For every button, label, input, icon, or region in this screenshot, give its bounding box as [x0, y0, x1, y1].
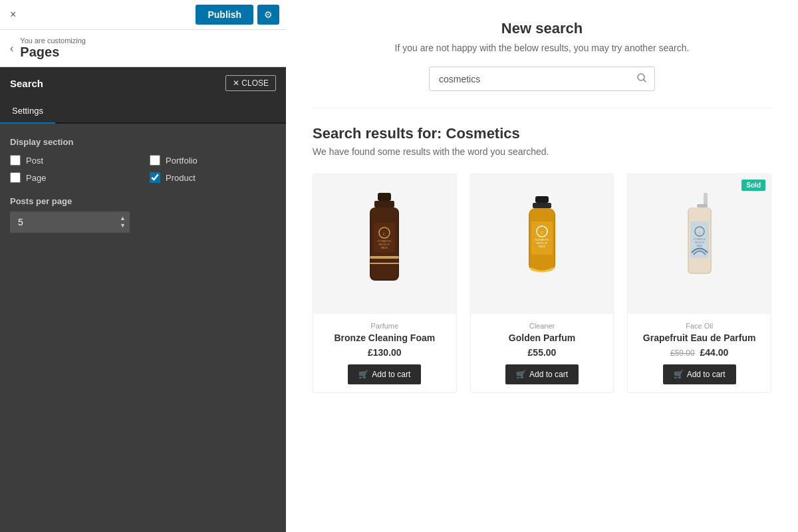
product-image-1: C COSMETIC MOCK UP PACK	[313, 174, 456, 314]
svg-rect-25	[697, 204, 708, 207]
number-input-wrapper: 5 ▲ ▼	[10, 211, 130, 233]
breadcrumb-text: You are customizing Pages	[20, 37, 86, 60]
cart-icon-3: 🛒	[674, 370, 684, 379]
svg-rect-7	[370, 263, 399, 264]
cart-icon-2: 🛒	[516, 370, 526, 379]
svg-text:COSMETIC: COSMETIC	[378, 239, 392, 243]
right-content: New search If you are not happy with the…	[286, 0, 798, 532]
results-section: Search results for: Cosmetics We have fo…	[313, 125, 771, 393]
product-price-1: £130.00	[321, 347, 448, 358]
panel-header: Search ✕ CLOSE	[0, 67, 286, 99]
svg-text:C: C	[541, 231, 543, 235]
post-checkbox[interactable]	[10, 155, 21, 166]
checkboxes-grid: Post Portfolio Page Product	[10, 155, 276, 183]
panel-content: Display section Post Portfolio Page Prod…	[0, 124, 286, 246]
checkbox-product[interactable]: Product	[150, 172, 276, 183]
search-bar: cosmetics	[429, 66, 655, 91]
new-search-title: New search	[313, 20, 771, 37]
svg-rect-14	[535, 196, 549, 203]
search-header: New search If you are not happy with the…	[313, 20, 771, 53]
product-name-3: Grapefruit Eau de Parfum	[636, 332, 763, 343]
product-label: Product	[166, 173, 196, 183]
cart-icon-1: 🛒	[358, 370, 368, 379]
svg-rect-2	[378, 193, 391, 201]
gear-button[interactable]: ⚙	[257, 5, 279, 25]
add-to-cart-button-2[interactable]: 🛒 Add to cart	[505, 364, 579, 384]
svg-text:COSMETIC: COSMETIC	[535, 238, 549, 241]
svg-text:C: C	[383, 232, 386, 236]
add-to-cart-button-3[interactable]: 🛒 Add to cart	[663, 364, 736, 384]
page-label: Page	[26, 173, 46, 183]
svg-text:PACK: PACK	[381, 246, 388, 249]
search-subtitle: If you are not happy with the below resu…	[313, 43, 771, 53]
checkbox-portfolio[interactable]: Portfolio	[150, 155, 276, 166]
tab-settings[interactable]: Settings	[0, 99, 55, 124]
add-to-cart-label-1: Add to cart	[372, 370, 410, 379]
product-image-3: Sold C COSMETIC MOCK UP	[628, 174, 771, 314]
results-subtitle: We have found some results with the word…	[313, 146, 771, 157]
product-name-2: Golden Parfum	[479, 332, 606, 343]
add-to-cart-label-2: Add to cart	[529, 370, 568, 379]
product-card-1: C COSMETIC MOCK UP PACK Parfume Bronze C…	[313, 174, 457, 393]
search-icon	[637, 73, 646, 82]
bottle-pump-svg: C COSMETIC MOCK UP PACK	[673, 190, 726, 299]
product-category-3: Face Oil	[636, 322, 763, 330]
product-category-1: Parfume	[321, 322, 448, 330]
divider	[313, 108, 771, 108]
customizing-label: You are customizing	[20, 37, 86, 45]
checkbox-page[interactable]: Page	[10, 172, 136, 183]
product-card-2: C COSMETIC MOCK UP PACK Cleaner Golden P…	[470, 174, 614, 393]
svg-rect-15	[533, 203, 551, 208]
results-heading: Search results for: Cosmetics	[313, 125, 771, 142]
portfolio-label: Portfolio	[166, 156, 198, 166]
add-to-cart-label-3: Add to cart	[687, 370, 726, 379]
posts-per-page-input[interactable]: 5	[10, 211, 116, 233]
page-checkbox[interactable]	[10, 172, 21, 183]
post-label: Post	[26, 156, 43, 166]
product-card-3: Sold C COSMETIC MOCK UP	[627, 174, 771, 393]
product-image-2: C COSMETIC MOCK UP PACK	[471, 174, 614, 314]
search-bar-wrapper: cosmetics	[313, 66, 771, 91]
svg-text:COSMETIC: COSMETIC	[693, 238, 706, 241]
breadcrumb-bar: ‹ You are customizing Pages	[0, 30, 286, 67]
search-icon-button[interactable]	[629, 67, 654, 90]
search-input[interactable]: cosmetics	[430, 68, 629, 90]
product-checkbox[interactable]	[150, 172, 160, 183]
panel-tabs: Settings	[0, 99, 286, 124]
page-title: Pages	[20, 45, 86, 60]
checkbox-post[interactable]: Post	[10, 155, 136, 166]
customizer-panel: Search ✕ CLOSE Settings Display section …	[0, 67, 286, 532]
sale-price-3: £44.00	[700, 347, 729, 358]
panel-close-button[interactable]: ✕ CLOSE	[225, 75, 276, 91]
number-spinner[interactable]: ▲ ▼	[116, 213, 130, 231]
back-button[interactable]: ‹	[10, 43, 13, 55]
product-info-2: Cleaner Golden Parfum £55.00 🛒 Add to ca…	[471, 314, 614, 392]
top-bar-close-button[interactable]: ×	[7, 5, 19, 24]
posts-per-page-label: Posts per page	[10, 196, 276, 206]
product-name-1: Bronze Cleaning Foam	[321, 332, 448, 343]
left-panel: × Publish ⚙ ‹ You are customizing Pages …	[0, 0, 286, 532]
display-section-label: Display section	[10, 137, 276, 147]
product-price-2: £55.00	[479, 347, 606, 358]
bottle-amber-svg: C COSMETIC MOCK UP PACK	[515, 190, 569, 299]
original-price-3: £59.00	[670, 348, 695, 358]
svg-text:PACK: PACK	[696, 245, 703, 247]
product-price-3: £59.00 £44.00	[636, 347, 763, 358]
top-bar-actions: Publish ⚙	[196, 5, 279, 25]
product-info-1: Parfume Bronze Cleaning Foam £130.00 🛒 A…	[313, 314, 456, 392]
products-grid: C COSMETIC MOCK UP PACK Parfume Bronze C…	[313, 174, 771, 393]
sold-badge: Sold	[741, 180, 765, 191]
portfolio-checkbox[interactable]	[150, 155, 160, 166]
bottle-dark-svg: C COSMETIC MOCK UP PACK	[358, 190, 411, 299]
svg-line-1	[644, 80, 646, 82]
publish-button[interactable]: Publish	[196, 5, 253, 25]
panel-title: Search	[10, 78, 43, 89]
svg-text:PACK: PACK	[539, 245, 546, 248]
svg-text:MOCK UP: MOCK UP	[695, 241, 704, 244]
add-to-cart-button-1[interactable]: 🛒 Add to cart	[348, 364, 421, 384]
svg-rect-3	[374, 201, 394, 207]
product-info-3: Face Oil Grapefruit Eau de Parfum £59.00…	[628, 314, 771, 392]
top-bar: × Publish ⚙	[0, 0, 286, 30]
product-category-2: Cleaner	[479, 322, 606, 330]
svg-rect-6	[370, 256, 399, 259]
